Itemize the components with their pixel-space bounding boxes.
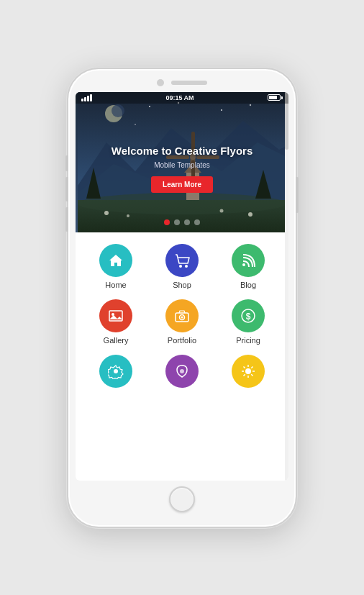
dot-3[interactable] xyxy=(184,219,190,225)
dot-2[interactable] xyxy=(174,219,180,225)
volume-down-button xyxy=(65,207,68,232)
hero-banner: Welcome to Creative Flyors Mobile Templa… xyxy=(76,92,288,232)
home-icon-item[interactable]: Home xyxy=(91,244,140,289)
icon-row-1: Home Shop xyxy=(83,244,281,289)
hero-content: Welcome to Creative Flyors Mobile Templa… xyxy=(76,92,288,232)
battery-body xyxy=(268,94,281,101)
extra-icon-item-3[interactable] xyxy=(224,355,273,388)
status-bar: 09:15 AM xyxy=(76,92,288,104)
svg-line-49 xyxy=(251,366,252,368)
gallery-circle xyxy=(99,299,132,332)
volume-up-button xyxy=(65,177,68,201)
extra-svg-3 xyxy=(240,363,256,379)
carousel-dots xyxy=(76,219,288,225)
power-button-area xyxy=(296,177,299,213)
svg-point-29 xyxy=(179,265,182,268)
pricing-svg: $ xyxy=(240,308,256,324)
power-button xyxy=(296,177,299,213)
dot-4[interactable] xyxy=(194,219,200,225)
hero-title: Welcome to Creative Flyors xyxy=(112,144,252,158)
shop-svg xyxy=(174,253,190,268)
shop-label: Shop xyxy=(173,281,191,289)
silent-button xyxy=(65,155,68,171)
extra-circle-2 xyxy=(165,355,199,388)
home-hardware-button[interactable] xyxy=(169,486,195,512)
extra-circle-1 xyxy=(99,355,132,388)
svg-point-40 xyxy=(114,369,118,373)
learn-more-button[interactable]: Learn More xyxy=(151,176,213,193)
portfolio-svg xyxy=(174,308,190,324)
svg-point-31 xyxy=(242,263,245,266)
portfolio-circle xyxy=(165,299,199,332)
icon-row-3 xyxy=(83,355,281,388)
bar4 xyxy=(90,94,92,101)
svg-point-41 xyxy=(180,369,184,373)
blog-label: Blog xyxy=(240,281,256,289)
scroll-track[interactable] xyxy=(285,92,288,481)
phone-screen: 09:15 AM xyxy=(76,92,288,481)
gallery-label: Gallery xyxy=(104,336,129,345)
svg-line-50 xyxy=(244,374,245,376)
front-camera xyxy=(157,79,164,86)
home-button-area xyxy=(169,481,195,514)
volume-buttons xyxy=(65,155,68,232)
gallery-svg xyxy=(108,308,124,324)
status-time: 09:15 AM xyxy=(165,94,194,101)
signal-icon xyxy=(81,94,92,101)
extra-icon-item-2[interactable] xyxy=(158,355,206,388)
svg-line-47 xyxy=(244,366,245,368)
extra-icon-item-1[interactable] xyxy=(91,355,140,388)
extra-svg-2 xyxy=(174,363,190,379)
blog-svg xyxy=(240,253,256,268)
svg-marker-34 xyxy=(109,315,122,319)
icon-row-2: Gallery Portfolio xyxy=(83,299,281,345)
icons-grid: Home Shop xyxy=(76,232,288,481)
extra-circle-3 xyxy=(232,355,265,388)
battery-tip xyxy=(281,96,283,99)
bar2 xyxy=(84,97,86,101)
portfolio-icon-item[interactable]: Portfolio xyxy=(158,299,206,345)
blog-circle xyxy=(232,244,265,277)
home-svg xyxy=(108,253,124,268)
svg-point-30 xyxy=(185,265,188,268)
portfolio-label: Portfolio xyxy=(168,336,196,345)
svg-text:$: $ xyxy=(246,311,251,321)
phone-top-bar xyxy=(76,79,288,86)
blog-icon-item[interactable]: Blog xyxy=(224,244,273,289)
hero-subtitle: Mobile Templates xyxy=(154,161,210,169)
shop-circle xyxy=(165,244,199,277)
svg-line-48 xyxy=(251,374,252,376)
shop-icon-item[interactable]: Shop xyxy=(158,244,206,289)
svg-point-42 xyxy=(245,368,251,374)
pricing-icon-item[interactable]: $ Pricing xyxy=(224,299,273,345)
home-label: Home xyxy=(105,281,126,289)
battery-fill xyxy=(269,96,277,99)
pricing-circle: $ xyxy=(232,299,265,332)
earpiece-speaker xyxy=(171,81,207,85)
battery-icon xyxy=(268,94,283,101)
phone-frame: 09:15 AM xyxy=(67,68,297,528)
bar3 xyxy=(87,96,89,101)
svg-marker-28 xyxy=(109,255,122,266)
dot-1[interactable] xyxy=(164,219,170,225)
bar1 xyxy=(81,99,83,101)
svg-point-37 xyxy=(181,316,183,318)
extra-svg-1 xyxy=(108,363,124,379)
home-circle xyxy=(99,244,132,277)
pricing-label: Pricing xyxy=(236,336,260,345)
gallery-icon-item[interactable]: Gallery xyxy=(91,299,140,345)
